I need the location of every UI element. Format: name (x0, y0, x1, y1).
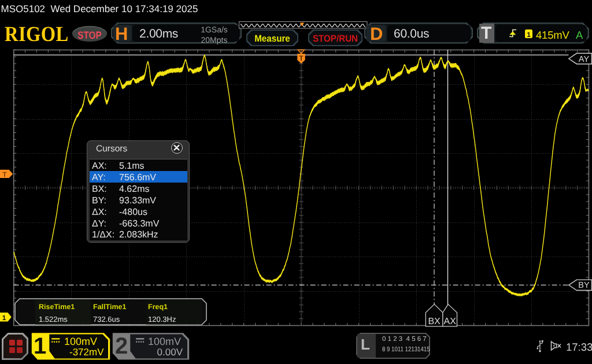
svg-text:1: 1 (34, 333, 46, 359)
svg-text:0.00V: 0.00V (157, 347, 183, 358)
svg-text:AY: AY (579, 55, 590, 64)
svg-text:T: T (2, 170, 7, 179)
svg-text:BX: BX (428, 317, 441, 326)
svg-text:100mV: 100mV (64, 336, 97, 347)
svg-text:-372mV: -372mV (69, 347, 104, 358)
svg-text:1: 1 (2, 314, 6, 322)
svg-text:BY: BY (578, 281, 590, 290)
svg-text:100mV: 100mV (148, 336, 181, 347)
svg-text:T: T (299, 54, 304, 62)
svg-text:2: 2 (115, 333, 128, 359)
svg-text:AX: AX (444, 317, 457, 326)
